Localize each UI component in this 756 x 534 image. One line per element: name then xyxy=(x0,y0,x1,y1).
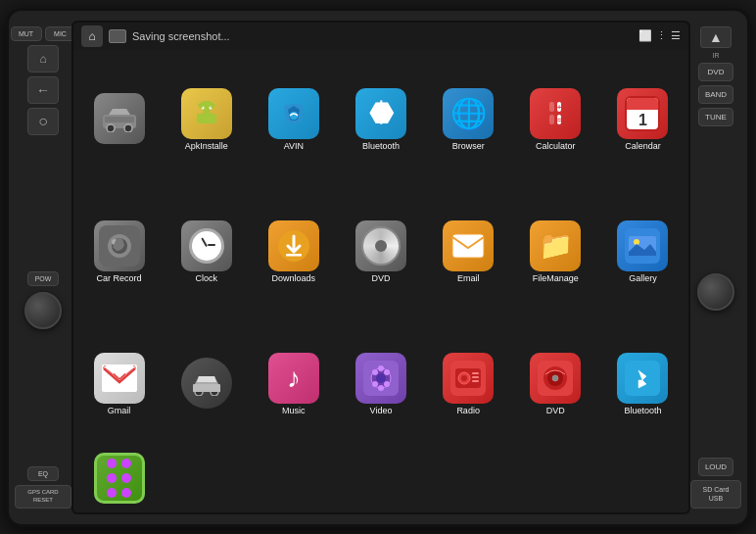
status-bar: ⌂ Saving screenshot... ⬜ ⋮ ☰ xyxy=(73,23,688,50)
filemanager-icon: 📁 xyxy=(530,220,581,271)
app-car-item[interactable] xyxy=(75,54,163,186)
right-bottom-controls: LOUD SD Card USB xyxy=(690,458,741,508)
svg-point-34 xyxy=(378,385,384,391)
app-bluetooth1[interactable]: ⬣ ᚾ Bluetooth xyxy=(337,54,424,186)
app-grid: ApkInstalle AVIN ⬣ ᚾ xyxy=(73,50,688,512)
screen: ⌂ Saving screenshot... ⬜ ⋮ ☰ xyxy=(71,21,690,514)
status-home-icon[interactable]: ⌂ xyxy=(81,25,103,47)
mut-button[interactable]: MUT xyxy=(11,26,42,41)
dvd-button[interactable]: DVD xyxy=(698,63,733,81)
loud-button[interactable]: LOUD xyxy=(698,458,733,476)
app-gallery[interactable]: Gallery xyxy=(599,186,686,318)
car-head-unit: MUT MIC ⌂ ← ○ POW EQ GPS CARD RESET ⌂ Sa… xyxy=(6,8,750,527)
sdcard-button[interactable]: SD Card USB xyxy=(690,480,741,508)
app-bluetooth2[interactable]: Bluetooth xyxy=(599,318,686,451)
dvd1-label: DVD xyxy=(371,274,390,284)
app-car-bottom[interactable] xyxy=(163,318,250,451)
app-calendar[interactable]: 1 Calendar xyxy=(599,54,686,186)
app-dvd1[interactable]: DVD xyxy=(337,186,424,318)
dvd2-icon xyxy=(530,353,581,404)
svg-point-29 xyxy=(372,369,378,375)
radio-icon xyxy=(443,353,494,404)
filemanager-label: FileManage xyxy=(533,274,579,284)
svg-point-2 xyxy=(124,124,132,132)
app-radio[interactable]: Radio xyxy=(425,318,512,451)
car-item-icon xyxy=(94,93,145,144)
app-avin[interactable]: AVIN xyxy=(250,54,337,186)
app-carrecord[interactable]: Car Record xyxy=(75,186,163,318)
gps-button[interactable]: GPS CARD RESET xyxy=(15,485,71,509)
gmail-label: Gmail xyxy=(108,407,131,416)
svg-rect-5 xyxy=(197,114,216,123)
avin-icon xyxy=(268,88,319,139)
saving-text: Saving screenshot... xyxy=(132,30,633,42)
left-top-buttons: MUT MIC ⌂ ← ○ xyxy=(11,26,76,135)
dots-grid xyxy=(101,453,137,504)
app-dots[interactable] xyxy=(75,451,163,509)
pow-button[interactable]: POW xyxy=(27,271,59,286)
dot3 xyxy=(107,473,117,483)
dot2 xyxy=(121,459,131,468)
eq-button[interactable]: EQ xyxy=(27,466,59,481)
app-calculator[interactable]: + = Calculator xyxy=(512,54,599,186)
app-gmail[interactable]: Gmail xyxy=(75,318,163,451)
bluetooth1-icon: ⬣ ᚾ xyxy=(355,88,406,139)
right-knob[interactable] xyxy=(697,273,734,311)
back-nav-button[interactable]: ← xyxy=(27,76,59,104)
menu-icon: ☰ xyxy=(671,29,681,42)
app-video[interactable]: Video xyxy=(337,318,424,451)
left-panel: MUT MIC ⌂ ← ○ POW EQ GPS CARD RESET xyxy=(15,21,71,514)
right-top-controls: ▲ IR DVD BAND TUNE xyxy=(698,26,733,126)
app-music[interactable]: ♪ Music xyxy=(250,318,337,451)
email-label: Email xyxy=(457,274,480,284)
screenshot-icon xyxy=(109,29,126,43)
svg-point-31 xyxy=(372,381,378,387)
gallery-icon xyxy=(617,220,668,271)
app-dvd2[interactable]: DVD xyxy=(512,318,599,451)
dots-icon xyxy=(94,453,145,504)
browser-label: Browser xyxy=(452,142,485,152)
svg-rect-17 xyxy=(452,234,484,258)
svg-point-30 xyxy=(384,369,390,375)
dvd2-label: DVD xyxy=(546,407,565,416)
app-downloads[interactable]: Downloads xyxy=(250,186,337,318)
tune-button[interactable]: TUNE xyxy=(698,108,733,126)
browser-icon: 🌐 xyxy=(443,88,494,139)
carrecord-label: Car Record xyxy=(97,274,142,284)
svg-point-32 xyxy=(384,381,390,387)
video-icon xyxy=(355,353,406,404)
radio-label: Radio xyxy=(456,407,480,416)
apk-icon xyxy=(181,88,232,139)
app-browser[interactable]: 🌐 Browser xyxy=(425,54,512,186)
left-knob[interactable] xyxy=(24,292,62,329)
bluetooth1-label: Bluetooth xyxy=(362,142,400,152)
svg-point-33 xyxy=(378,365,384,371)
bluetooth2-icon xyxy=(617,353,668,404)
carrecord-icon xyxy=(94,220,145,271)
home-nav-button[interactable]: ⌂ xyxy=(27,45,59,73)
app-apk[interactable]: ApkInstalle xyxy=(163,54,250,186)
email-icon xyxy=(443,220,494,271)
dot1 xyxy=(107,459,117,468)
music-icon: ♪ xyxy=(268,353,319,404)
battery-icon: ⬜ xyxy=(638,29,652,42)
ir-label: IR xyxy=(713,52,720,59)
svg-point-39 xyxy=(461,375,467,381)
calculator-icon: + = xyxy=(530,88,581,139)
eject-button[interactable]: ▲ xyxy=(700,26,732,48)
home-circle-button[interactable]: ○ xyxy=(27,108,59,135)
calendar-icon: 1 xyxy=(617,88,668,139)
gmail-icon xyxy=(94,353,145,404)
band-button[interactable]: BAND xyxy=(698,85,733,104)
clock-label: Clock xyxy=(195,274,217,284)
clock-face xyxy=(189,228,224,264)
left-bottom-buttons: EQ GPS CARD RESET xyxy=(15,466,71,509)
downloads-icon xyxy=(268,220,319,271)
app-filemanager[interactable]: 📁 FileManage xyxy=(512,186,599,318)
bluetooth2-label: Bluetooth xyxy=(624,407,661,416)
calendar-label: Calendar xyxy=(625,142,661,152)
app-email[interactable]: Email xyxy=(425,186,512,318)
car-bottom-icon xyxy=(181,358,232,409)
svg-point-1 xyxy=(107,124,115,132)
app-clock[interactable]: Clock xyxy=(163,186,250,318)
